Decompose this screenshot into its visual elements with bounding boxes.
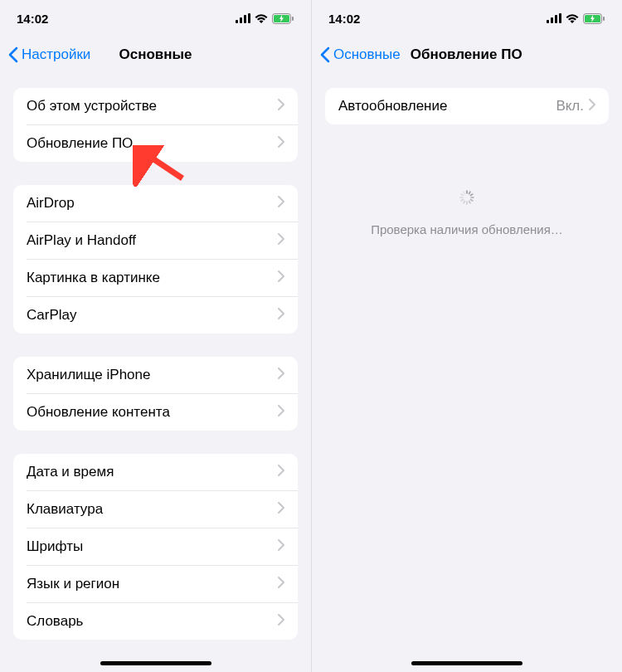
page-title: Основные (119, 46, 192, 63)
row-label: Словарь (27, 613, 83, 630)
keyboard-row[interactable]: Клавиатура (27, 490, 298, 528)
row-label: Об этом устройстве (27, 98, 157, 114)
nav-bar: Настройки Основные (0, 37, 311, 73)
chevron-left-icon (8, 46, 18, 63)
svg-line-25 (461, 194, 464, 196)
row-label: Хранилище iPhone (27, 367, 150, 383)
chevron-right-icon (278, 613, 284, 630)
row-label: Язык и регион (27, 576, 119, 592)
status-icons (547, 13, 605, 24)
battery-charging-icon (583, 13, 605, 24)
settings-group: Дата и времяКлавиатураШрифтыЯзык и регио… (13, 454, 298, 640)
about-device-row[interactable]: Об этом устройстве (13, 88, 298, 124)
fonts-row[interactable]: Шрифты (27, 528, 298, 565)
svg-rect-14 (603, 17, 605, 21)
svg-line-26 (464, 192, 465, 194)
svg-rect-8 (547, 20, 549, 23)
svg-rect-10 (555, 15, 557, 23)
chevron-right-icon (278, 307, 284, 324)
chevron-right-icon (278, 135, 284, 152)
date-time-row[interactable]: Дата и время (13, 454, 298, 490)
dictionary-row[interactable]: Словарь (27, 602, 298, 640)
row-label: Картинка в картинке (27, 270, 160, 286)
chevron-right-icon (278, 195, 284, 212)
row-label: Дата и время (27, 464, 114, 480)
chevron-right-icon (278, 404, 284, 421)
settings-group: AirDropAirPlay и HandoffКартинка в карти… (13, 185, 298, 334)
iphone-storage-row[interactable]: Хранилище iPhone (13, 357, 298, 393)
svg-line-23 (461, 200, 464, 202)
wifi-icon (566, 13, 579, 23)
row-label: Обновление контента (27, 404, 170, 421)
battery-charging-icon (272, 13, 294, 24)
chevron-right-icon (589, 98, 595, 114)
row-label: Клавиатура (27, 501, 103, 518)
svg-rect-9 (551, 17, 553, 23)
carplay-row[interactable]: CarPlay (27, 296, 298, 334)
airdrop-row[interactable]: AirDrop (13, 185, 298, 222)
svg-line-16 (469, 192, 471, 194)
back-label: Настройки (22, 46, 90, 63)
content-area: Автообновление Вкл. (312, 73, 622, 672)
auto-update-row[interactable]: Автообновление Вкл. (325, 88, 609, 124)
row-label: Шрифты (27, 538, 83, 555)
nav-bar: Основные Обновление ПО (312, 37, 622, 73)
signal-icon (547, 13, 561, 23)
back-button[interactable]: Основные (320, 46, 401, 63)
status-icons (236, 13, 294, 24)
signal-icon (236, 13, 250, 23)
svg-rect-3 (248, 13, 250, 23)
svg-rect-1 (240, 17, 242, 23)
svg-line-20 (469, 201, 471, 203)
spinner-icon (459, 189, 475, 206)
back-label: Основные (333, 46, 401, 63)
page-title: Обновление ПО (411, 46, 522, 63)
svg-rect-11 (559, 13, 561, 23)
language-region-row[interactable]: Язык и регион (27, 565, 298, 602)
chevron-left-icon (320, 46, 330, 63)
chevron-right-icon (278, 367, 284, 383)
content-area: Об этом устройствеОбновление ПОAirDropAi… (0, 73, 311, 672)
svg-line-19 (470, 200, 473, 202)
svg-rect-6 (292, 17, 294, 21)
background-app-refresh-row[interactable]: Обновление контента (27, 393, 298, 431)
row-label: AirPlay и Handoff (27, 232, 136, 249)
chevron-right-icon (278, 270, 284, 286)
svg-rect-2 (244, 15, 246, 23)
row-right: Вкл. (556, 98, 595, 114)
chevron-right-icon (278, 576, 284, 592)
chevron-right-icon (278, 232, 284, 249)
status-bar: 14:02 (0, 0, 311, 37)
loading-text: Проверка наличия обновления… (312, 222, 622, 236)
row-label: Автообновление (338, 98, 447, 114)
chevron-right-icon (278, 538, 284, 555)
svg-rect-0 (236, 20, 238, 23)
svg-line-17 (470, 194, 473, 196)
software-update-screen: 14:02 Основные Обновление ПО Автообновле… (311, 0, 622, 672)
chevron-right-icon (278, 98, 284, 114)
settings-group: Хранилище iPhoneОбновление контента (13, 357, 298, 431)
row-label: AirDrop (27, 195, 75, 212)
chevron-right-icon (278, 501, 284, 518)
row-label: CarPlay (27, 307, 76, 324)
home-indicator[interactable] (411, 661, 522, 665)
loading-area: Проверка наличия обновления… (312, 148, 622, 236)
svg-line-22 (464, 201, 465, 203)
general-settings-screen: 14:02 Настройки Основные Об этом устройс… (0, 0, 311, 672)
airplay-handoff-row[interactable]: AirPlay и Handoff (27, 222, 298, 259)
home-indicator[interactable] (100, 661, 211, 665)
status-bar: 14:02 (312, 0, 622, 37)
auto-update-group: Автообновление Вкл. (325, 88, 609, 124)
row-label: Обновление ПО (27, 135, 133, 152)
row-value: Вкл. (556, 98, 584, 114)
settings-group: Об этом устройствеОбновление ПО (13, 88, 298, 162)
wifi-icon (255, 13, 268, 23)
status-time: 14:02 (328, 12, 360, 26)
status-time: 14:02 (17, 12, 48, 26)
chevron-right-icon (278, 464, 284, 480)
picture-in-picture-row[interactable]: Картинка в картинке (27, 259, 298, 296)
back-button[interactable]: Настройки (8, 46, 90, 63)
software-update-row[interactable]: Обновление ПО (27, 124, 298, 162)
